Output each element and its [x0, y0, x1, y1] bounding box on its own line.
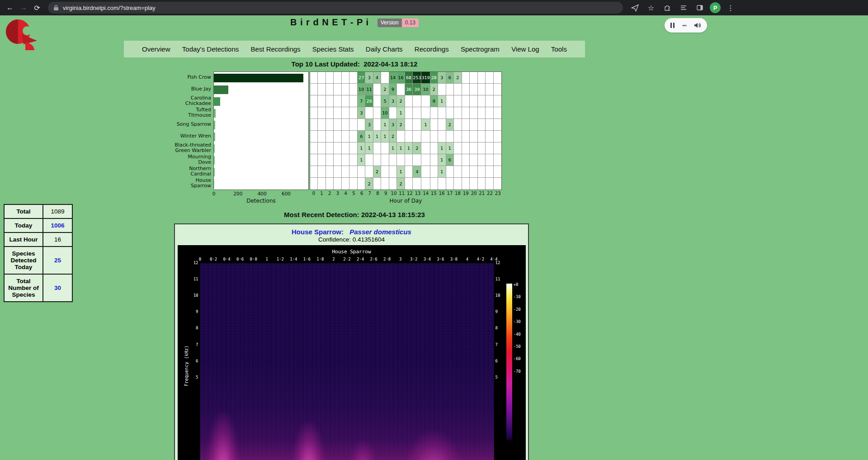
url-bar[interactable]: virginia.birdnetpi.com/?stream=play [48, 2, 623, 14]
hour-axis-tick: 10 [390, 191, 398, 197]
heatmap-cell [365, 107, 373, 119]
nav-item-daily-charts[interactable]: Daily Charts [366, 45, 403, 53]
heatmap-cell: 2 [413, 142, 421, 154]
detection-common-name[interactable]: House Sparrow: [292, 228, 344, 236]
profile-avatar[interactable]: P [710, 2, 721, 13]
heatmap-cell [342, 95, 349, 107]
nav-item-view-log[interactable]: View Log [511, 45, 539, 53]
heatmap-cell: 1 [438, 142, 446, 154]
site-header: B i r d N E T - P i Version 0.13 [0, 17, 709, 28]
share-icon[interactable] [628, 1, 641, 14]
heatmap-cell [421, 154, 430, 166]
heatmap-cell [318, 131, 326, 142]
spec-time-tick: 0 [199, 257, 201, 261]
reading-list-icon[interactable] [677, 1, 690, 14]
nav-item-species-stats[interactable]: Species Stats [312, 45, 354, 53]
menu-dots-icon[interactable]: ⋮ [724, 1, 737, 14]
spec-time-tick: 2·8 [383, 257, 391, 261]
spec-time-tick: 2 [332, 257, 335, 261]
heatmap-cell [413, 107, 421, 119]
spec-time-tick: 2·2 [343, 257, 350, 261]
hour-axis-tick: 11 [398, 191, 406, 197]
heatmap-cell: 9 [389, 84, 397, 95]
species-label: Tufted Titmouse [175, 107, 213, 119]
species-label: House Sparrow [175, 177, 213, 189]
heatmap-cell [349, 178, 358, 190]
heatmap-cell [486, 154, 493, 166]
heatmap-cell: 1 [373, 131, 381, 142]
spec-freq-tick: 12 [189, 261, 198, 265]
heatmap-cell [326, 95, 334, 107]
heatmap-cell [310, 84, 318, 95]
nav-item-spectrogram[interactable]: Spectrogram [461, 45, 500, 53]
stat-value[interactable]: 30 [43, 274, 72, 302]
browser-actions: ☆ P ⋮ [628, 1, 737, 14]
heatmap-cell: 26 [365, 95, 373, 107]
heatmap-cell [326, 154, 334, 166]
heatmap-cell: 253 [413, 72, 421, 84]
back-button[interactable]: ← [4, 1, 16, 14]
heatmap-cell: 1 [446, 142, 454, 154]
heatmap-cell [470, 142, 477, 154]
nav-item-today-s-detections[interactable]: Today's Detections [182, 45, 239, 53]
heatmap-cell [334, 131, 341, 142]
heatmap-cell: 1 [397, 142, 405, 154]
nav-item-tools[interactable]: Tools [551, 45, 567, 53]
side-panel-icon[interactable] [693, 1, 706, 14]
nav-item-overview[interactable]: Overview [142, 45, 170, 53]
stat-value[interactable]: 25 [43, 247, 72, 274]
heatmap-cell [405, 178, 413, 190]
top10-chart: Fish CrowBlue JayCarolina ChickadeeTufte… [175, 71, 502, 204]
heatmap-cell [334, 178, 341, 190]
heatmap-cell [326, 119, 334, 131]
detections-bar-chart [213, 71, 309, 190]
heatmap-cell [310, 142, 318, 154]
heatmap-cell: 6 [358, 131, 365, 142]
forward-button[interactable]: → [17, 1, 30, 14]
heatmap-cell [421, 178, 430, 190]
spec-freq-tick: 11 [189, 277, 198, 281]
hour-axis-tick: 2 [326, 191, 334, 197]
spec-time-tick: 3·8 [450, 257, 458, 261]
spec-freq-tick: 6 [495, 359, 505, 363]
stat-label: Total [4, 204, 43, 218]
hour-axis-label: Hour of Day [310, 198, 502, 204]
stats-row: Today1006 [4, 218, 72, 232]
heatmap-cell [470, 166, 477, 178]
nav-item-recordings[interactable]: Recordings [415, 45, 449, 53]
heatmap-cell [478, 131, 486, 142]
heatmap-cell [349, 72, 358, 84]
stat-value[interactable]: 1006 [43, 218, 72, 232]
detections-bar [214, 180, 214, 188]
heatmap-cell [454, 84, 462, 95]
spec-time-tick: 3·2 [410, 257, 417, 261]
heatmap-cell [454, 107, 462, 119]
spec-freq-tick: 10 [189, 293, 198, 298]
spec-time-tick: 0·2 [210, 257, 217, 261]
heatmap-cell [310, 178, 318, 190]
heatmap-cell [454, 154, 462, 166]
extensions-puzzle-icon[interactable] [661, 1, 674, 14]
hour-axis-tick: 5 [350, 191, 358, 197]
heatmap-cell: 4 [413, 166, 421, 178]
bookmark-star-icon[interactable]: ☆ [645, 1, 657, 14]
heatmap-cell [405, 119, 413, 131]
spec-db-tick: +0 [514, 282, 519, 287]
species-label: Carolina Chickadee [175, 95, 213, 107]
heatmap-cell [334, 72, 341, 84]
heatmap-cell [334, 107, 341, 119]
spec-time-tick: 1·2 [277, 257, 284, 261]
hour-axis-tick: 6 [358, 191, 366, 197]
heatmap-cell: 2 [430, 84, 438, 95]
species-label: Northern Cardinal [175, 166, 213, 177]
heatmap-cell [486, 166, 493, 178]
detection-species-line: House Sparrow: Passer domesticus [175, 228, 528, 236]
heatmap-cell: 11 [365, 84, 373, 95]
heatmap-cell [494, 131, 501, 142]
stat-label: Total Number of Species [4, 274, 43, 302]
heatmap-cell [421, 95, 430, 107]
heatmap-cell [342, 166, 349, 178]
reload-button[interactable]: ⟳ [31, 1, 43, 14]
detections-bar [214, 74, 303, 82]
nav-item-best-recordings[interactable]: Best Recordings [251, 45, 301, 53]
